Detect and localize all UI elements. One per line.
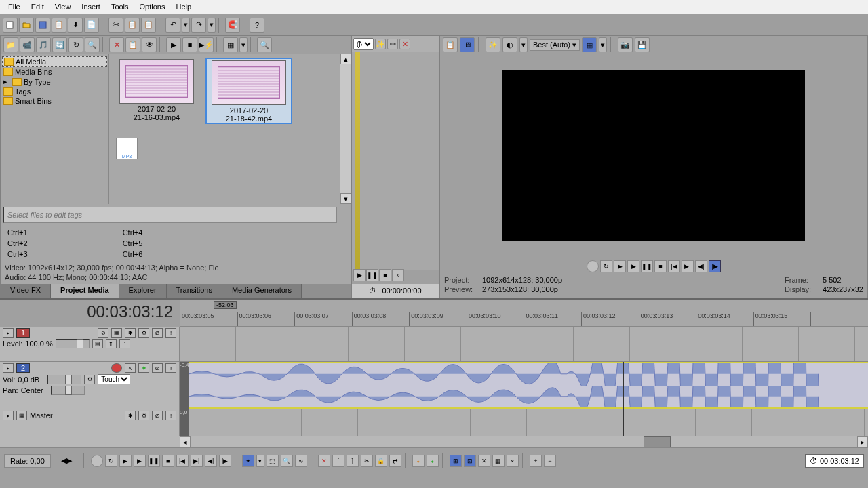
pause-button[interactable]: ❚❚ bbox=[641, 260, 653, 272]
trimmer-timecode[interactable]: ⏱00:00:00:00 bbox=[352, 284, 439, 298]
snapping-button[interactable]: 🧲 bbox=[225, 18, 240, 33]
track-min-button[interactable]: ▸ bbox=[3, 411, 14, 420]
save-button[interactable] bbox=[35, 18, 50, 33]
track-fx-button[interactable]: ✱ bbox=[125, 328, 136, 338]
split-button[interactable]: ✂ bbox=[361, 455, 373, 467]
tree-tags[interactable]: Tags bbox=[2, 87, 107, 96]
video-fx-button[interactable]: ✨ bbox=[486, 37, 500, 52]
scroll-up-button[interactable]: ▴ bbox=[340, 54, 351, 64]
play-button[interactable]: ▶ bbox=[627, 260, 639, 272]
rate-display[interactable]: Rate: 0,00 bbox=[4, 454, 51, 468]
ignore-grouping-button[interactable]: ⚬ bbox=[507, 455, 519, 467]
quantize-button[interactable]: ▦ bbox=[492, 455, 505, 467]
touch-select[interactable]: Touch bbox=[98, 374, 130, 384]
timeline-scrollbar[interactable]: ◂ ▸ bbox=[0, 436, 868, 447]
trimmer-end-button[interactable]: » bbox=[392, 269, 404, 281]
tab-media-generators[interactable]: Media Generators bbox=[222, 284, 302, 298]
refresh-button[interactable]: 🔄 bbox=[52, 37, 67, 52]
prev-frame-button[interactable]: ◀| bbox=[695, 260, 707, 272]
edit-dropdown[interactable]: ▾ bbox=[256, 455, 264, 467]
automation-button[interactable]: ⚙ bbox=[138, 328, 149, 338]
tab-video-fx[interactable]: Video FX bbox=[1, 284, 51, 298]
copy-snapshot-button[interactable]: 📷 bbox=[618, 37, 633, 52]
menu-insert[interactable]: Insert bbox=[76, 1, 106, 12]
solo-button[interactable]: ! bbox=[165, 363, 176, 373]
auto-crossfade-button[interactable]: ✕ bbox=[478, 455, 490, 467]
menu-tools[interactable]: Tools bbox=[106, 1, 134, 12]
split-screen-button[interactable]: ◐ bbox=[502, 37, 517, 52]
go-end-button[interactable]: ▶| bbox=[682, 260, 694, 272]
render-as-button[interactable]: 📄 bbox=[84, 18, 99, 33]
menu-help[interactable]: Help bbox=[170, 1, 197, 12]
views-button[interactable]: ▦ bbox=[223, 37, 238, 52]
scroll-down-button[interactable]: ▾ bbox=[340, 193, 351, 204]
trimmer-fx-button[interactable]: ✨ bbox=[375, 39, 386, 49]
normal-edit-button[interactable]: ✦ bbox=[242, 455, 254, 467]
replace-button[interactable]: ↻ bbox=[68, 37, 83, 52]
trim-end-button[interactable]: ] bbox=[347, 455, 359, 467]
trimmer-pause-button[interactable]: ❚❚ bbox=[366, 269, 378, 281]
audio-clip[interactable] bbox=[189, 362, 868, 409]
audio-track-content[interactable] bbox=[189, 362, 868, 409]
solo-button[interactable]: ! bbox=[165, 411, 176, 420]
trimmer-select[interactable]: (N bbox=[353, 38, 374, 50]
help-button[interactable]: ? bbox=[250, 18, 264, 33]
search-button[interactable]: 🔍 bbox=[85, 37, 100, 52]
snap-button[interactable]: ⊞ bbox=[450, 455, 462, 467]
open-button[interactable] bbox=[19, 18, 34, 33]
loop-button[interactable]: ↻ bbox=[600, 260, 612, 272]
tl-loop-button[interactable]: ↻ bbox=[105, 455, 117, 467]
copy-button[interactable]: 📋 bbox=[125, 18, 140, 33]
tl-go-start-button[interactable]: |◀ bbox=[176, 455, 189, 467]
bottom-timecode[interactable]: ⏱ 00:03:03:12 bbox=[805, 454, 864, 468]
mute-button[interactable]: Ø bbox=[152, 411, 163, 420]
main-timecode[interactable]: 00:03:03:12 bbox=[0, 300, 180, 327]
split-dropdown[interactable]: ▾ bbox=[519, 37, 528, 52]
menu-view[interactable]: View bbox=[50, 1, 77, 12]
zoom-in-button[interactable]: + bbox=[530, 455, 542, 467]
ripple-button[interactable]: ⇄ bbox=[389, 455, 401, 467]
lock-button[interactable]: 🔒 bbox=[375, 455, 387, 467]
tab-explorer[interactable]: Explorer bbox=[119, 284, 167, 298]
delete-button[interactable]: ✕ bbox=[318, 455, 330, 467]
go-start-button[interactable]: |◀ bbox=[668, 260, 680, 272]
automation-button[interactable]: ⚙ bbox=[138, 411, 149, 420]
track-motion-button[interactable]: ▦ bbox=[111, 328, 122, 338]
tags-input[interactable] bbox=[3, 207, 337, 223]
pan-slider[interactable] bbox=[51, 386, 85, 395]
trim-start-button[interactable]: [ bbox=[332, 455, 344, 467]
level-slider[interactable] bbox=[56, 339, 90, 348]
selection-tool-button[interactable]: ⬚ bbox=[267, 455, 279, 467]
undo-dropdown[interactable]: ▾ bbox=[182, 18, 190, 33]
master-track-content[interactable] bbox=[189, 409, 868, 436]
import-button[interactable]: 📁 bbox=[3, 37, 18, 52]
trimmer-close-button[interactable]: ✕ bbox=[399, 39, 410, 49]
marker-button[interactable]: ⬥ bbox=[412, 455, 425, 467]
cut-button[interactable]: ✂ bbox=[108, 18, 123, 33]
play-start-button[interactable]: ▶ bbox=[614, 260, 626, 272]
zoom-tool-button[interactable]: 🔍 bbox=[281, 455, 293, 467]
scroll-left-button[interactable]: ◂ bbox=[180, 436, 191, 447]
tab-transitions[interactable]: Transitions bbox=[167, 284, 222, 298]
scrub-control[interactable]: ◀▶ bbox=[53, 456, 80, 465]
make-parent-button[interactable]: ⬆ bbox=[106, 339, 117, 348]
tl-pause-button[interactable]: ❚❚ bbox=[148, 455, 160, 467]
mp3-file-icon[interactable]: MP3 bbox=[116, 138, 138, 159]
playhead[interactable] bbox=[614, 327, 614, 361]
save-snapshot-button[interactable]: 💾 bbox=[635, 37, 650, 52]
overlay-dropdown[interactable]: ▾ bbox=[599, 37, 607, 52]
tl-go-end-button[interactable]: ▶| bbox=[191, 455, 203, 467]
playhead[interactable] bbox=[623, 409, 624, 436]
automation-gear-button[interactable]: ⚙ bbox=[84, 375, 95, 384]
properties-media-button[interactable]: 📋 bbox=[125, 37, 140, 52]
capture-button[interactable]: 📹 bbox=[20, 37, 35, 52]
media-thumb-1[interactable]: 2017-02-20 21-16-03.mp4 bbox=[113, 58, 200, 124]
scroll-right-button[interactable]: ▸ bbox=[857, 436, 868, 447]
properties-button[interactable]: 📋 bbox=[52, 18, 66, 33]
tab-project-media[interactable]: Project Media bbox=[51, 284, 119, 298]
region-marker[interactable]: -52:03 bbox=[214, 301, 237, 309]
external-monitor-button[interactable]: 🖥 bbox=[460, 37, 475, 52]
menu-options[interactable]: Options bbox=[134, 1, 171, 12]
remove-button[interactable]: ✕ bbox=[109, 37, 124, 52]
video-track-header[interactable]: ▸ 1 ⊘ ▦ ✱ ⚙ Ø ! Level: 100,0 % ▤ ⬆ ⋮ bbox=[0, 327, 180, 361]
